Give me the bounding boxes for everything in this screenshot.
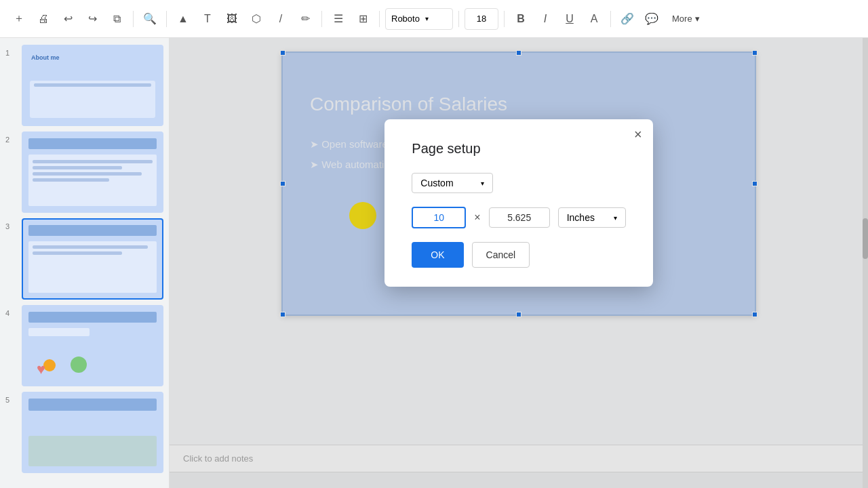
toolbar: ＋ 🖨 ↩ ↪ ⧉ 🔍 ▲ T 🖼 ⬡ / ✏ ☰ ⊞ Roboto ▾ 18 … — [0, 0, 868, 38]
slide-item-5: 5 — [5, 392, 163, 473]
paragraph-button[interactable]: ☰ — [328, 8, 349, 30]
height-input[interactable] — [489, 207, 550, 228]
font-dropdown-icon: ▾ — [425, 15, 429, 22]
font-color-button[interactable]: A — [583, 8, 605, 30]
slide-number-5: 5 — [5, 396, 16, 404]
line-button[interactable]: / — [270, 8, 292, 30]
separator-4 — [379, 11, 380, 27]
modal-preset-row: Custom ▾ — [412, 173, 625, 193]
page-preset-dropdown[interactable]: Custom ▾ — [412, 173, 493, 193]
add-button[interactable]: ＋ — [8, 8, 30, 30]
slide-item-1: 1 About me — [5, 45, 163, 126]
slide-thumb-5[interactable] — [22, 392, 163, 473]
preset-chevron-icon: ▾ — [481, 180, 484, 187]
bold-button[interactable]: B — [510, 8, 532, 30]
main-area: 1 About me 2 3 — [0, 38, 868, 488]
modal-title: Page setup — [412, 141, 625, 157]
modal-action-buttons: OK Cancel — [412, 242, 625, 268]
slide-thumb-4[interactable]: ♥ — [22, 305, 163, 386]
slide-number-2: 2 — [5, 136, 16, 144]
redo-button[interactable]: ↪ — [81, 8, 103, 30]
slide-thumb-3[interactable] — [22, 218, 163, 300]
format-paint-button[interactable]: ⧉ — [106, 8, 127, 30]
link-button[interactable]: 🔗 — [616, 8, 638, 30]
slide-item-4: 4 ♥ — [5, 305, 163, 386]
cancel-button[interactable]: Cancel — [472, 242, 530, 268]
more-label: More — [672, 14, 692, 24]
zoom-button[interactable]: 🔍 — [139, 8, 161, 30]
page-setup-modal: × Page setup Custom ▾ × Inches — [384, 119, 652, 287]
text-button[interactable]: T — [197, 8, 218, 30]
undo-button[interactable]: ↩ — [57, 8, 79, 30]
font-size-value: 18 — [477, 14, 486, 24]
slide-thumb-1[interactable]: About me — [22, 45, 163, 126]
font-size-selector[interactable]: 18 — [465, 8, 498, 30]
modal-dimensions-row: × Inches ▾ — [412, 207, 625, 228]
separator-5 — [458, 11, 459, 27]
units-dropdown[interactable]: Inches ▾ — [558, 207, 626, 228]
slide-item-2: 2 — [5, 131, 163, 213]
separator-3 — [321, 11, 322, 27]
width-input[interactable] — [412, 207, 466, 228]
more-button[interactable]: More ▾ — [665, 11, 707, 26]
pen-button[interactable]: ✏ — [294, 8, 316, 30]
print-button[interactable]: 🖨 — [33, 8, 54, 30]
slide-thumb-2[interactable] — [22, 131, 163, 213]
ok-button[interactable]: OK — [412, 242, 463, 268]
underline-button[interactable]: U — [559, 8, 580, 30]
canvas-area: Comparison of Salaries ➤ Open software t… — [170, 38, 868, 488]
units-label: Inches — [567, 212, 595, 223]
comment-button[interactable]: 💬 — [641, 8, 663, 30]
separator-6 — [504, 11, 505, 27]
slide-1-title: About me — [31, 54, 60, 61]
modal-overlay: × Page setup Custom ▾ × Inches — [170, 38, 868, 488]
preset-label: Custom — [420, 178, 453, 188]
cursor-button[interactable]: ▲ — [172, 8, 194, 30]
layout-button[interactable]: ⊞ — [352, 8, 374, 30]
separator-1 — [133, 11, 134, 27]
more-chevron-icon: ▾ — [695, 14, 700, 24]
separator-7 — [610, 11, 611, 27]
italic-button[interactable]: I — [534, 8, 556, 30]
slide-panel: 1 About me 2 3 — [0, 38, 170, 488]
modal-close-button[interactable]: × — [634, 127, 642, 141]
slide-item-3: 3 — [5, 218, 163, 300]
units-chevron-icon: ▾ — [614, 214, 617, 222]
slide-number-3: 3 — [5, 222, 16, 230]
font-name: Roboto — [391, 14, 420, 24]
x-symbol: × — [474, 211, 480, 224]
slide-number-1: 1 — [5, 49, 16, 57]
separator-2 — [166, 11, 167, 27]
slide-number-4: 4 — [5, 309, 16, 317]
shapes-button[interactable]: ⬡ — [245, 8, 267, 30]
image-button[interactable]: 🖼 — [221, 8, 243, 30]
font-selector[interactable]: Roboto ▾ — [385, 8, 453, 30]
